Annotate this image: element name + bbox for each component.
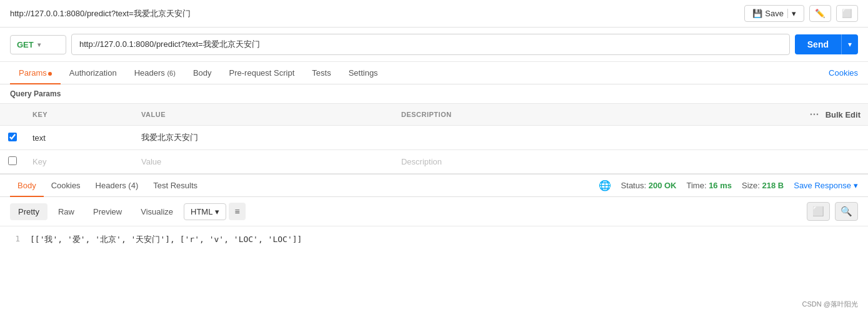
method-select[interactable]: GET ▾ [10, 35, 66, 54]
col-key: KEY [25, 104, 134, 126]
response-area: Body Cookies Headers (4) Test Results 🌐 … [0, 174, 868, 253]
col-checkbox [0, 104, 25, 126]
save-icon: 💾 [752, 9, 762, 18]
response-tab-headers[interactable]: Headers (4) [88, 175, 146, 196]
globe-icon: 🌐 [599, 180, 611, 191]
tab-settings[interactable]: Settings [340, 62, 387, 84]
response-tab-cookies[interactable]: Cookies [44, 175, 88, 196]
wrap-lines-icon: ≡ [234, 206, 239, 216]
response-tab-body[interactable]: Body [10, 175, 44, 196]
format-type-select[interactable]: HTML ▾ [184, 203, 226, 220]
format-bar-right: ⬜ 🔍 [807, 202, 858, 221]
format-tab-pretty[interactable]: Pretty [10, 203, 47, 220]
copy-icon-button[interactable]: ⬜ [836, 5, 858, 22]
url-bar: GET ▾ http://127.0.0.1:8080/predict?text… [0, 28, 868, 62]
save-response-arrow: ▾ [854, 181, 858, 190]
table-row-empty: Key Value Description [0, 150, 868, 174]
format-bar: Pretty Raw Preview Visualize HTML ▾ ≡ ⬜ … [0, 197, 868, 226]
row1-actions [631, 126, 868, 150]
response-tabs-bar: Body Cookies Headers (4) Test Results 🌐 … [0, 175, 868, 197]
copy-response-button[interactable]: ⬜ [807, 202, 830, 221]
tab-tests[interactable]: Tests [303, 62, 339, 84]
row1-checkbox[interactable] [8, 133, 17, 141]
table-row: text 我爱北京天安门 [0, 126, 868, 150]
code-content: [['我', '爱', '北京', '天安门'], ['r', 'v', 'LO… [30, 234, 858, 245]
size-value: 218 B [762, 181, 784, 190]
query-params-header: Query Params [0, 84, 868, 103]
row1-key[interactable]: text [25, 126, 134, 150]
format-tab-visualize[interactable]: Visualize [132, 203, 181, 220]
save-response-button[interactable]: Save Response ▾ [794, 181, 858, 190]
response-meta: 🌐 Status: 200 OK Time: 16 ms Size: 218 B… [599, 180, 858, 191]
more-icon[interactable]: ··· [810, 109, 819, 120]
save-button[interactable]: 💾 Save ▾ [744, 5, 804, 22]
line-numbers: 1 [10, 234, 20, 245]
col-actions: ··· Bulk Edit [631, 104, 868, 126]
tab-prerequest[interactable]: Pre-request Script [221, 62, 304, 84]
time-meta: Time: 16 ms [686, 181, 732, 190]
format-select-arrow: ▾ [215, 207, 219, 216]
row2-checkbox-cell[interactable] [0, 150, 25, 174]
size-meta: Size: 218 B [742, 181, 784, 190]
save-chevron: ▾ [787, 9, 796, 18]
edit-icon-button[interactable]: ✏️ [809, 5, 831, 22]
wrap-icon-button[interactable]: ≡ [229, 203, 245, 220]
row1-description[interactable] [394, 126, 631, 150]
row2-value[interactable]: Value [134, 150, 394, 174]
format-tab-raw[interactable]: Raw [50, 203, 82, 220]
tab-authorization[interactable]: Authorization [61, 62, 126, 84]
method-arrow-icon: ▾ [37, 41, 41, 48]
row2-checkbox[interactable] [8, 156, 17, 165]
method-label: GET [17, 40, 34, 49]
col-description: DESCRIPTION [394, 104, 631, 126]
params-table: KEY VALUE DESCRIPTION ··· Bulk Edit text… [0, 103, 868, 174]
request-title: http://127.0.0.1:8080/predict?text=我爱北京天… [10, 8, 191, 19]
code-area: 1 [['我', '爱', '北京', '天安门'], ['r', 'v', '… [0, 226, 868, 253]
status-value: 200 OK [649, 181, 677, 190]
status-label: Status: 200 OK [621, 181, 677, 190]
row1-value[interactable]: 我爱北京天安门 [134, 126, 394, 150]
bulk-edit-button[interactable]: Bulk Edit [826, 110, 861, 119]
send-button[interactable]: Send [795, 34, 841, 54]
top-bar: http://127.0.0.1:8080/predict?text=我爱北京天… [0, 0, 868, 28]
cookies-link[interactable]: Cookies [829, 62, 858, 84]
search-response-button[interactable]: 🔍 [835, 202, 858, 221]
time-value: 16 ms [709, 181, 732, 190]
send-button-group: Send ▾ [795, 34, 858, 54]
tab-headers[interactable]: Headers (6) [126, 62, 184, 84]
tab-body[interactable]: Body [184, 62, 221, 84]
col-value: VALUE [134, 104, 394, 126]
request-tabs-bar: Params Authorization Headers (6) Body Pr… [0, 62, 868, 84]
format-tab-preview[interactable]: Preview [85, 203, 130, 220]
send-arrow-button[interactable]: ▾ [841, 34, 858, 54]
response-tab-test-results[interactable]: Test Results [146, 175, 205, 196]
top-bar-actions: 💾 Save ▾ ✏️ ⬜ [744, 5, 858, 22]
row1-checkbox-cell[interactable] [0, 126, 25, 150]
row2-actions [631, 150, 868, 174]
row2-description[interactable]: Description [394, 150, 631, 174]
tab-params[interactable]: Params [10, 62, 61, 84]
url-input[interactable]: http://127.0.0.1:8080/predict?text=我爱北京天… [71, 34, 790, 55]
row2-key[interactable]: Key [25, 150, 134, 174]
params-dot [48, 72, 52, 76]
